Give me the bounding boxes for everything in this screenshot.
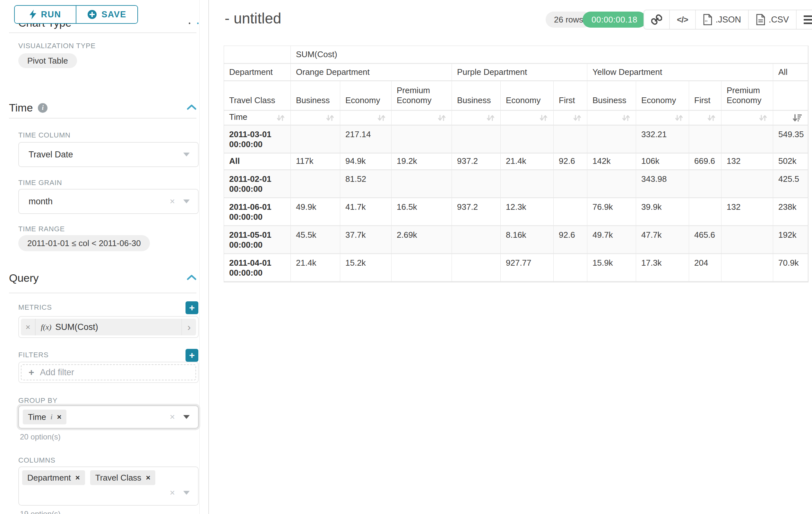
column-sort-header[interactable] xyxy=(636,111,689,126)
chart-title[interactable]: - untitled xyxy=(225,10,281,27)
value-cell: 549.35 xyxy=(773,126,808,154)
plus-circle-icon xyxy=(87,10,97,19)
value-cell: 41.7k xyxy=(340,198,392,226)
column-sort-header[interactable] xyxy=(722,111,773,126)
remove-metric-icon[interactable]: × xyxy=(21,319,36,335)
embed-code-button[interactable]: </> xyxy=(669,10,695,29)
save-button-label: SAVE xyxy=(102,10,126,20)
row-header-cell: 2011-05-01 00:00:00 xyxy=(224,226,291,254)
metrics-container: × f(x) SUM(Cost) › xyxy=(18,316,199,338)
value-cell: 47.7k xyxy=(636,226,689,254)
travel-class-header: First xyxy=(689,81,722,111)
chevron-right-icon[interactable]: › xyxy=(181,319,196,335)
share-link-button[interactable] xyxy=(644,10,669,29)
value-cell xyxy=(587,126,636,154)
travel-class-header: First xyxy=(554,81,587,111)
value-cell xyxy=(689,126,722,154)
remove-chip-icon[interactable]: × xyxy=(76,473,80,482)
time-grain-select[interactable]: month × xyxy=(18,189,199,214)
sort-icon[interactable] xyxy=(376,113,386,123)
more-options-button[interactable] xyxy=(796,10,812,29)
columns-chip[interactable]: Travel Class × xyxy=(90,470,156,485)
chevron-down-icon[interactable] xyxy=(183,153,190,157)
code-icon: </> xyxy=(677,15,688,25)
sort-icon[interactable] xyxy=(486,113,495,123)
query-section-title: Query xyxy=(9,272,39,284)
value-cell xyxy=(554,126,587,154)
chevron-down-icon[interactable] xyxy=(183,199,190,204)
fx-icon: f(x) xyxy=(41,323,51,331)
sort-icon[interactable] xyxy=(325,113,335,123)
sort-icon[interactable] xyxy=(621,113,631,123)
columns-helper: 19 option(s) xyxy=(20,510,61,514)
time-sort-header[interactable]: Time xyxy=(224,111,291,126)
value-cell: 49.7k xyxy=(587,226,636,254)
columns-chip[interactable]: Department × xyxy=(22,470,85,485)
export-csv-button[interactable]: .CSV xyxy=(748,10,796,29)
column-sort-header[interactable] xyxy=(452,111,501,126)
sort-icon[interactable] xyxy=(539,113,548,123)
sort-icon[interactable] xyxy=(572,113,582,123)
chart-type-collapse-icon[interactable] xyxy=(197,23,199,24)
column-sort-header[interactable] xyxy=(587,111,636,126)
viz-type-label: VISUALIZATION TYPE xyxy=(18,42,96,50)
viz-type-pill[interactable]: Pivot Table xyxy=(18,53,77,68)
query-section-heading[interactable]: Query xyxy=(9,272,39,284)
group-by-chip-label: Time xyxy=(28,412,46,422)
value-cell: 21.4k xyxy=(501,154,554,170)
add-filter-button[interactable]: + xyxy=(185,349,198,362)
sort-icon[interactable] xyxy=(276,113,285,123)
sort-icon[interactable] xyxy=(706,113,716,123)
metric-chip[interactable]: × f(x) SUM(Cost) › xyxy=(21,319,196,335)
columns-chips-row: Department × Travel Class × xyxy=(22,470,195,485)
column-sort-header[interactable] xyxy=(392,111,452,126)
value-cell: 8.16k xyxy=(501,226,554,254)
value-cell: 106k xyxy=(636,154,689,170)
column-sort-header[interactable] xyxy=(554,111,587,126)
sort-icon[interactable] xyxy=(437,113,446,123)
value-cell: 332.21 xyxy=(636,126,689,154)
export-json-button[interactable]: ‹› .JSON xyxy=(695,10,749,29)
add-metric-button[interactable]: + xyxy=(185,301,198,314)
pivot-table: SUM(Cost)DepartmentOrange DepartmentPurp… xyxy=(224,46,809,282)
time-range-pill[interactable]: 2011-01-01 ≤ col < 2011-06-30 xyxy=(18,235,150,251)
table-row: 2011-05-01 00:00:0045.5k37.7k2.69k8.16k9… xyxy=(224,226,808,254)
column-sort-header[interactable] xyxy=(340,111,392,126)
value-cell: 76.9k xyxy=(587,198,636,226)
collapse-caret-icon[interactable] xyxy=(186,274,197,281)
chevron-down-icon[interactable] xyxy=(183,491,190,495)
group-by-select[interactable]: Time i × × xyxy=(18,405,199,429)
travel-class-header: Business xyxy=(587,81,636,111)
add-filter-placeholder: Add filter xyxy=(40,368,75,377)
column-sort-header[interactable] xyxy=(773,111,808,126)
remove-chip-icon[interactable]: × xyxy=(146,473,150,482)
remove-chip-icon[interactable]: × xyxy=(57,412,61,422)
value-cell xyxy=(291,126,340,154)
run-button[interactable]: RUN xyxy=(15,6,77,23)
sort-icon[interactable] xyxy=(674,113,684,123)
add-filter-dropzone[interactable]: + Add filter xyxy=(21,364,196,380)
time-column-select[interactable]: Travel Date xyxy=(18,142,199,167)
corner-cell xyxy=(224,46,291,64)
group-by-chip[interactable]: Time i × xyxy=(23,410,66,424)
clear-icon[interactable]: × xyxy=(170,197,175,206)
clear-icon[interactable]: × xyxy=(170,412,175,422)
json-file-icon: ‹› xyxy=(703,14,713,25)
sort-desc-active-icon[interactable] xyxy=(792,113,803,123)
panel-divider[interactable] xyxy=(208,0,209,514)
travel-class-header xyxy=(773,81,808,111)
value-cell: 132 xyxy=(722,154,773,170)
time-section-heading[interactable]: Time i xyxy=(9,102,48,114)
columns-chip-label: Department xyxy=(27,473,71,483)
column-sort-header[interactable] xyxy=(689,111,722,126)
department-group-header: All xyxy=(773,64,808,81)
link-icon xyxy=(651,14,662,25)
clear-icon[interactable]: × xyxy=(170,488,175,497)
columns-select[interactable]: Department × Travel Class × × xyxy=(18,466,199,506)
collapse-caret-icon[interactable] xyxy=(186,104,197,110)
chevron-down-icon[interactable] xyxy=(183,415,190,419)
save-button[interactable]: SAVE xyxy=(77,6,137,23)
column-sort-header[interactable] xyxy=(501,111,554,126)
column-sort-header[interactable] xyxy=(291,111,340,126)
sort-icon[interactable] xyxy=(758,113,768,123)
